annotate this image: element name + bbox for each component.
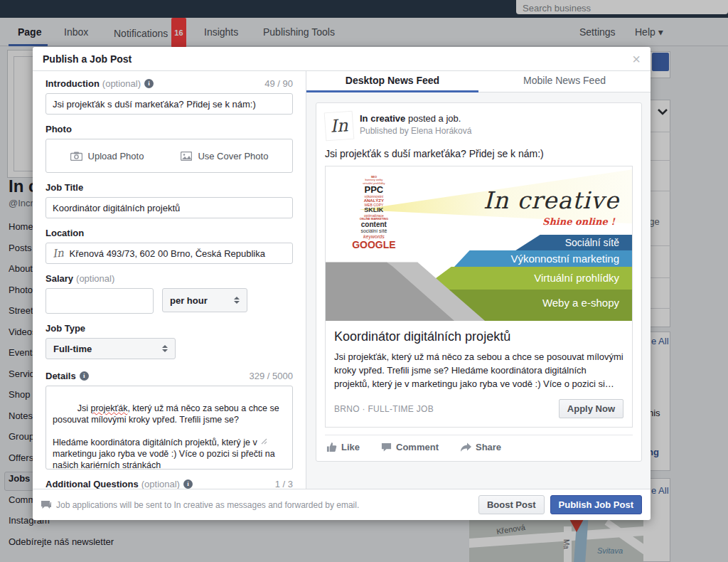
select-arrows-icon xyxy=(224,297,240,304)
page-logo-icon: In xyxy=(52,246,64,260)
facebook-page-admin: Page Inbox Notifications16 Insights Publ… xyxy=(0,0,728,562)
lighthouse-word: sociální sítě xyxy=(344,228,404,234)
job-card-description: Jsi projekťák, který už má něco za sebou… xyxy=(334,350,623,391)
thumbs-up-icon xyxy=(326,442,337,452)
share-button[interactable]: Share xyxy=(460,442,501,452)
modal-title: Publish a Job Post xyxy=(43,53,132,65)
job-post-form: Introduction (optional) i 49 / 90 Jsi pr… xyxy=(33,71,306,489)
details-counter: 329 / 5000 xyxy=(250,371,293,381)
upload-photo-button[interactable]: Upload Photo xyxy=(70,151,144,161)
post-actions: Like Comment xyxy=(325,435,633,452)
post-page-name[interactable]: In creative xyxy=(360,113,405,124)
post-preview-card: In In creative posted a job. Published b… xyxy=(316,102,642,462)
job-title-label: Job Title xyxy=(46,182,83,193)
close-icon[interactable]: × xyxy=(632,52,641,66)
image-icon xyxy=(181,152,192,161)
page-logo-avatar: In xyxy=(324,111,355,142)
optional-hint: (optional) xyxy=(102,78,141,89)
job-type-label: Job Type xyxy=(46,323,85,334)
brand-wordmark: In creative xyxy=(483,186,619,214)
post-intro-text: Jsi projekťák s duší markeťáka? Přidej s… xyxy=(325,148,633,159)
optional-hint: (optional) xyxy=(76,273,114,284)
brand-tagline: Shine online ! xyxy=(542,216,615,227)
info-icon[interactable]: i xyxy=(144,79,154,88)
comment-icon xyxy=(381,442,392,452)
publish-job-post-modal: Publish a Job Post × Introduction (optio… xyxy=(33,47,651,520)
post-preview-panel: Desktop News Feed Mobile News Feed In In… xyxy=(306,71,651,489)
photo-box: Upload Photo Use Cover Photo xyxy=(46,139,293,173)
preview-tabs: Desktop News Feed Mobile News Feed xyxy=(306,71,651,92)
details-text-segment: projekťák xyxy=(90,403,127,413)
details-label: Details xyxy=(46,371,76,381)
job-card-meta: BRNO · FULL-TIME JOB xyxy=(334,404,434,414)
tab-mobile-news-feed[interactable]: Mobile News Feed xyxy=(478,71,651,92)
salary-unit-select[interactable]: per hour xyxy=(162,288,247,312)
footer-note: Job applications will be sent to In crea… xyxy=(41,500,359,510)
boost-post-button[interactable]: Boost Post xyxy=(478,495,545,514)
details-text-segment: Jsi xyxy=(77,403,91,413)
location-label: Location xyxy=(46,228,84,238)
lighthouse-word: GOOGLE xyxy=(344,240,404,250)
lighthouse-word: PPC xyxy=(344,185,404,195)
post-published-by: Published by Elena Horáková xyxy=(360,126,471,136)
post-action-text: posted a job. xyxy=(405,113,461,124)
apply-now-button[interactable]: Apply Now xyxy=(559,399,623,418)
job-type-select[interactable]: Full-time xyxy=(46,338,176,359)
share-icon xyxy=(460,442,471,452)
salary-input[interactable] xyxy=(46,288,154,314)
like-button[interactable]: Like xyxy=(326,442,360,452)
info-icon[interactable]: i xyxy=(80,371,89,381)
modal-header: Publish a Job Post × xyxy=(33,47,651,71)
job-title-input[interactable]: Koordinátor digitálních projektů xyxy=(46,197,293,218)
salary-label: Salary xyxy=(46,273,73,284)
camera-icon xyxy=(70,152,82,161)
use-cover-photo-button[interactable]: Use Cover Photo xyxy=(181,151,268,161)
introduction-input[interactable]: Jsi projekťák s duší markeťáka? Přidej s… xyxy=(46,93,293,115)
job-attachment[interactable]: Sociální sítě Výkonnostní marketing Virt… xyxy=(325,166,633,428)
additional-questions-counter: 1 / 3 xyxy=(275,479,293,489)
info-icon[interactable]: i xyxy=(183,479,193,489)
tab-desktop-news-feed[interactable]: Desktop News Feed xyxy=(306,71,478,92)
additional-questions-label: Additional Questions xyxy=(46,479,139,489)
select-arrows-icon xyxy=(152,345,168,352)
details-textarea[interactable]: Jsi projekťák, který už má něco za sebou… xyxy=(46,386,293,470)
job-card-title[interactable]: Koordinátor digitálních projektů xyxy=(334,329,623,344)
resize-grip-icon[interactable] xyxy=(261,415,291,467)
word-lighthouse: SEObannery webyvirtuální prohlídkyPPCvýk… xyxy=(344,176,404,250)
job-banner-image: Sociální sítě Výkonnostní marketing Virt… xyxy=(326,166,632,321)
optional-hint: (optional) xyxy=(141,479,180,489)
introduction-counter: 49 / 90 xyxy=(264,78,293,89)
introduction-label: Introduction xyxy=(46,78,100,89)
modal-footer: Job applications will be sent to In crea… xyxy=(33,489,651,520)
location-input[interactable]: In Křenová 493/73, 602 00 Brno, Česká Re… xyxy=(46,243,293,264)
photo-label: Photo xyxy=(46,124,72,134)
comment-button[interactable]: Comment xyxy=(381,442,439,452)
lighthouse-word: content xyxy=(344,221,404,229)
publish-job-post-button[interactable]: Publish Job Post xyxy=(550,495,642,514)
message-bubble-icon xyxy=(41,501,51,509)
